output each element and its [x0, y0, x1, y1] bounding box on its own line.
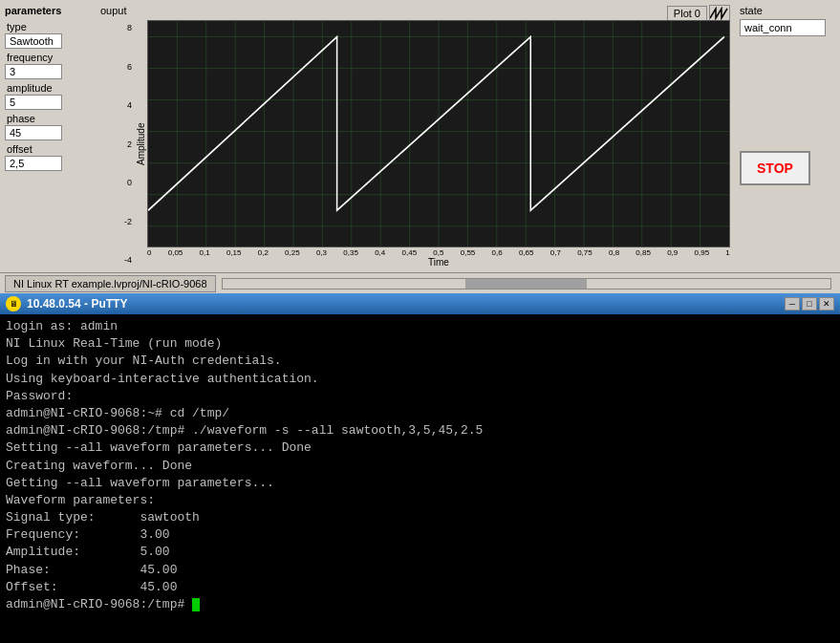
- x-tick-08: 0,8: [609, 248, 619, 257]
- x-tick-045: 0,45: [402, 248, 418, 257]
- y-tick-n2: -2: [124, 217, 132, 226]
- param-type-value: Sawtooth: [5, 33, 62, 49]
- terminal-line-1: login as: admin: [6, 318, 834, 335]
- terminal-line-16: Amplitude: 5.00: [6, 544, 834, 561]
- x-axis-ticks: 0 0,05 0,1 0,15 0,2 0,25 0,3 0,35 0,4 0,…: [147, 247, 730, 257]
- state-value: wait_conn: [740, 19, 826, 36]
- putty-window: 🖥 10.48.0.54 - PuTTY ─ □ ✕ login as: adm…: [0, 293, 840, 643]
- chart-with-label: Amplitude: [134, 20, 730, 268]
- y-tick-2: 2: [127, 139, 132, 149]
- x-tick-1: 1: [725, 248, 729, 257]
- x-tick-09: 0,9: [667, 248, 678, 257]
- putty-titlebar: 🖥 10.48.0.54 - PuTTY ─ □ ✕: [0, 293, 840, 314]
- scrollbar-area[interactable]: [222, 278, 831, 289]
- terminal-line-9: admin@NI-cRIO-9068:/tmp# ./waveform -s -…: [6, 422, 834, 439]
- top-panel: parameters type Sawtooth frequency 3 amp…: [0, 0, 840, 272]
- x-tick-02: 0,2: [258, 248, 269, 257]
- tab-bar: NI Linux RT example.lvproj/NI-cRIO-9068: [0, 272, 840, 293]
- putty-title-text: 10.48.0.54 - PuTTY: [27, 297, 127, 311]
- chart-plot: 0 0,05 0,1 0,15 0,2 0,25 0,3 0,35 0,4 0,…: [147, 20, 730, 268]
- putty-icon-text: 🖥: [10, 299, 18, 309]
- terminal-line-15: Frequency: 3.00: [6, 526, 834, 544]
- plot-header: ouput Plot 0: [100, 5, 730, 16]
- param-offset-value: 2,5: [5, 156, 62, 171]
- y-tick-8: 8: [127, 23, 132, 32]
- plot-button[interactable]: Plot 0: [667, 6, 707, 21]
- plot-area: ouput Plot 0 8 6 4 2 0 -2 -4: [96, 0, 735, 272]
- y-axis-labels: 8 6 4 2 0 -2 -4: [100, 20, 134, 268]
- terminal-line-7: Password:: [6, 388, 834, 405]
- param-phase-value: 45: [5, 125, 62, 140]
- x-tick-095: 0,95: [695, 248, 710, 257]
- y-tick-n4: -4: [124, 255, 132, 265]
- chart-svg: [148, 21, 729, 246]
- param-amplitude-value: 5: [5, 95, 62, 110]
- y-tick-0: 0: [127, 178, 132, 187]
- stop-button[interactable]: STOP: [740, 151, 810, 185]
- putty-controls: ─ □ ✕: [785, 297, 834, 311]
- putty-icon: 🖥: [6, 296, 21, 311]
- x-tick-03: 0,3: [316, 248, 327, 257]
- x-tick-035: 0,35: [343, 248, 358, 257]
- x-tick-015: 0,15: [226, 248, 242, 257]
- param-frequency-label: frequency: [5, 51, 91, 64]
- time-label: Time: [147, 257, 730, 268]
- x-tick-05: 0,5: [433, 248, 443, 257]
- amplitude-label: Amplitude: [134, 20, 147, 268]
- terminal-line-2: NI Linux Real-Time (run mode): [6, 335, 834, 353]
- state-section: state wait_conn STOP: [735, 0, 840, 272]
- terminal-cursor: [192, 598, 200, 611]
- terminal-line-4: Log in with your NI-Auth credentials.: [6, 353, 834, 370]
- param-frequency-value: 3: [5, 64, 62, 79]
- terminal-line-14: Signal type: sawtooth: [6, 509, 834, 526]
- x-tick-01: 0,1: [200, 248, 210, 257]
- terminal-line-8: admin@NI-cRIO-9068:~# cd /tmp/: [6, 405, 834, 422]
- x-tick-005: 0,05: [168, 248, 183, 257]
- param-amplitude-label: amplitude: [5, 81, 91, 95]
- x-tick-065: 0,65: [519, 248, 534, 257]
- y-tick-4: 4: [127, 100, 132, 110]
- parameters-title: parameters: [5, 5, 91, 16]
- x-tick-04: 0,4: [375, 248, 385, 257]
- terminal-line-6: Using keyboard-interactive authenticatio…: [6, 371, 834, 388]
- x-tick-07: 0,7: [550, 248, 561, 257]
- param-offset: offset 2,5: [5, 142, 91, 171]
- terminal-line-13: Waveform parameters:: [6, 492, 834, 509]
- plot-title: ouput: [100, 5, 127, 16]
- param-type-label: type: [5, 20, 91, 33]
- terminal-line-12: Getting --all waveform parameters...: [6, 475, 834, 492]
- putty-minimize-button[interactable]: ─: [785, 297, 800, 311]
- x-tick-06: 0,6: [492, 248, 503, 257]
- chart-area: 8 6 4 2 0 -2 -4 Amplitude: [100, 20, 730, 268]
- tab-item-lvproj[interactable]: NI Linux RT example.lvproj/NI-cRIO-9068: [5, 275, 216, 292]
- x-tick-075: 0,75: [577, 248, 592, 257]
- param-phase: phase 45: [5, 112, 91, 140]
- param-amplitude: amplitude 5: [5, 81, 91, 110]
- putty-title-left: 🖥 10.48.0.54 - PuTTY: [6, 296, 127, 311]
- param-type: type Sawtooth: [5, 20, 91, 49]
- scrollbar-thumb: [465, 279, 587, 289]
- chart-canvas: [147, 20, 730, 247]
- param-frequency: frequency 3: [5, 51, 91, 79]
- x-tick-025: 0,25: [285, 248, 300, 257]
- param-offset-label: offset: [5, 142, 91, 156]
- terminal-line-18: Offset: 45.00: [6, 579, 834, 596]
- putty-restore-button[interactable]: □: [802, 297, 817, 311]
- terminal-line-10: Setting --all waveform parameters... Don…: [6, 439, 834, 457]
- state-title: state: [740, 5, 835, 16]
- parameters-section: parameters type Sawtooth frequency 3 amp…: [0, 0, 96, 272]
- putty-close-button[interactable]: ✕: [819, 297, 834, 311]
- terminal-line-11: Creating waveform... Done: [6, 458, 834, 475]
- x-tick-055: 0,55: [461, 248, 476, 257]
- y-tick-6: 6: [127, 62, 132, 72]
- terminal-body[interactable]: login as: admin NI Linux Real-Time (run …: [0, 314, 840, 643]
- param-phase-label: phase: [5, 112, 91, 125]
- terminal-line-17: Phase: 45.00: [6, 562, 834, 579]
- x-tick-0: 0: [147, 248, 151, 257]
- terminal-line-20: admin@NI-cRIO-9068:/tmp#: [6, 596, 834, 613]
- x-tick-085: 0,85: [635, 248, 651, 257]
